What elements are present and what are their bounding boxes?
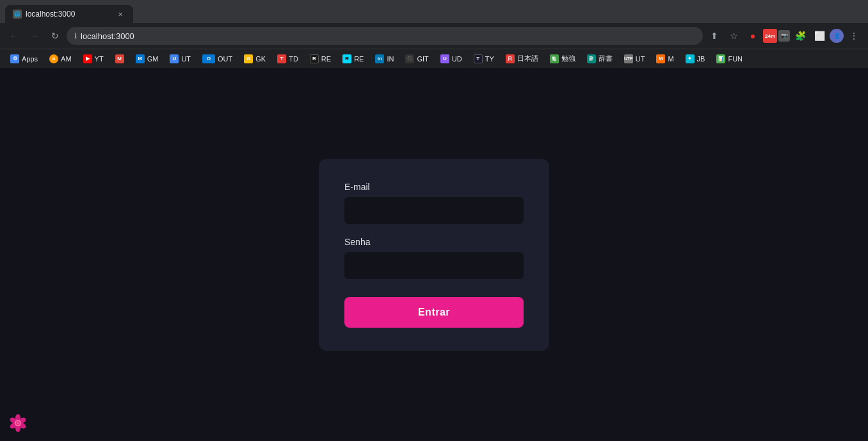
ut-favicon: U: [170, 54, 179, 63]
extension-24m[interactable]: 24m: [763, 29, 777, 43]
bookmark-gm2-label: GM: [147, 55, 159, 63]
email-label: E-mail: [344, 182, 524, 192]
active-tab[interactable]: 🌐 localhost:3000 ✕: [5, 5, 133, 23]
lock-icon: ℹ: [74, 32, 77, 40]
bookmark-dict[interactable]: 辞 辞書: [582, 52, 618, 65]
bookmark-apps-label: Apps: [22, 55, 38, 63]
tab-close-button[interactable]: ✕: [115, 9, 125, 19]
bookmark-gk[interactable]: G GK: [239, 53, 271, 65]
email-group: E-mail: [344, 182, 524, 224]
jp-favicon: 日: [506, 54, 515, 63]
bookmark-m-label: M: [668, 55, 673, 63]
toolbar-actions: ⬆ ☆ ● 24m 📷 🧩 ⬜ 👤 ⋮: [705, 27, 863, 45]
bookmark-apps[interactable]: ⚙ Apps: [5, 53, 43, 65]
bookmark-utf[interactable]: UTF UT: [619, 53, 650, 65]
bookmark-git[interactable]: ⚫ GIT: [400, 53, 433, 65]
re2-favicon: R: [342, 54, 351, 63]
yt-favicon: ▶: [83, 54, 92, 63]
td-favicon: T: [277, 54, 286, 63]
dict-favicon: 辞: [587, 54, 596, 63]
split-screen-button[interactable]: ⬜: [810, 27, 828, 45]
bookmark-fun[interactable]: 📊 FUN: [711, 53, 748, 65]
password-input[interactable]: [344, 252, 524, 279]
bookmark-button[interactable]: ☆: [725, 27, 743, 45]
login-card: E-mail Senha Entrar: [319, 159, 549, 351]
bookmark-am[interactable]: a AM: [44, 53, 77, 65]
tab-favicon: 🌐: [13, 10, 22, 19]
bookmark-ty[interactable]: T TY: [469, 53, 499, 65]
app-logo: [6, 412, 29, 435]
study-favicon: 勉: [550, 54, 559, 63]
bookmark-td-label: TD: [289, 55, 298, 63]
gm1-favicon: M: [115, 54, 124, 63]
flower-logo-svg: [6, 412, 29, 435]
bookmark-in-label: IN: [387, 55, 394, 63]
bookmark-re1[interactable]: R RE: [305, 53, 336, 65]
bookmark-git-label: GIT: [417, 55, 428, 63]
bookmark-study-label: 勉強: [561, 54, 575, 63]
address-bar[interactable]: ℹ localhost:3000: [67, 27, 703, 45]
menu-button[interactable]: ⋮: [845, 27, 863, 45]
bookmark-jp[interactable]: 日 日本語: [501, 52, 543, 65]
bookmark-jp-label: 日本語: [517, 54, 538, 63]
bookmark-study[interactable]: 勉 勉強: [545, 52, 581, 65]
password-group: Senha: [344, 237, 524, 279]
svg-point-8: [17, 422, 19, 424]
bookmark-gm1[interactable]: M: [110, 53, 129, 65]
browser-toolbar: ← → ↻ ℹ localhost:3000 ⬆ ☆ ● 24m 📷 🧩 ⬜ 👤…: [0, 23, 868, 49]
fun-favicon: 📊: [716, 54, 725, 63]
bookmark-dict-label: 辞書: [599, 54, 613, 63]
bookmark-fun-label: FUN: [728, 55, 743, 63]
apps-favicon: ⚙: [10, 54, 19, 63]
bookmark-ud-label: UD: [452, 55, 462, 63]
bookmark-ud[interactable]: U UD: [435, 53, 467, 65]
bookmark-m[interactable]: M M: [651, 53, 679, 65]
url-text: localhost:3000: [81, 31, 134, 41]
out-favicon: O: [202, 54, 215, 63]
bookmark-re2[interactable]: R RE: [337, 53, 369, 65]
bookmark-in[interactable]: in IN: [370, 53, 399, 65]
browser-chrome: 🌐 localhost:3000 ✕ ← → ↻ ℹ localhost:300…: [0, 0, 868, 68]
utf-favicon: UTF: [624, 54, 633, 63]
bookmark-jb-label: JB: [697, 55, 705, 63]
reload-button[interactable]: ↻: [46, 27, 64, 45]
share-button[interactable]: ⬆: [705, 27, 723, 45]
bookmark-gk-label: GK: [255, 55, 266, 63]
jb-favicon: ✦: [686, 54, 695, 63]
m-favicon: M: [656, 54, 665, 63]
bookmark-yt[interactable]: ▶ YT: [78, 53, 109, 65]
profile-avatar[interactable]: 👤: [830, 29, 844, 43]
bookmarks-bar: ⚙ Apps a AM ▶ YT M M GM U UT O OUT G GK: [0, 49, 868, 68]
bookmark-ut[interactable]: U UT: [165, 53, 196, 65]
bookmark-ut-label: UT: [181, 55, 191, 63]
bookmark-ty-label: TY: [485, 55, 494, 63]
git-favicon: ⚫: [405, 54, 414, 63]
bookmark-utf-label: UT: [636, 55, 645, 63]
page-content: E-mail Senha Entrar: [0, 68, 868, 441]
submit-button[interactable]: Entrar: [344, 297, 524, 328]
am-favicon: a: [49, 54, 58, 63]
opera-icon[interactable]: ●: [744, 27, 762, 45]
bookmark-am-label: AM: [61, 55, 72, 63]
re1-favicon: R: [310, 54, 319, 63]
forward-button[interactable]: →: [26, 27, 44, 45]
password-label: Senha: [344, 237, 524, 247]
bookmark-re2-label: RE: [354, 55, 364, 63]
extensions-button[interactable]: 🧩: [791, 27, 809, 45]
bookmark-gm2[interactable]: M GM: [131, 53, 164, 65]
bookmark-yt-label: YT: [95, 55, 104, 63]
extension-photo[interactable]: 📷: [778, 30, 790, 42]
gk-favicon: G: [244, 54, 253, 63]
back-button[interactable]: ←: [5, 27, 23, 45]
bookmark-td[interactable]: T TD: [272, 53, 303, 65]
bookmark-jb[interactable]: ✦ JB: [680, 53, 711, 65]
ud-favicon: U: [440, 54, 449, 63]
tab-title: localhost:3000: [26, 10, 75, 19]
tab-bar: 🌐 localhost:3000 ✕: [0, 0, 868, 23]
ty-favicon: T: [474, 54, 483, 63]
email-input[interactable]: [344, 197, 524, 224]
bookmark-out[interactable]: O OUT: [197, 53, 237, 65]
bookmark-out-label: OUT: [218, 55, 232, 63]
gm2-favicon: M: [136, 54, 145, 63]
bookmark-re1-label: RE: [321, 55, 331, 63]
